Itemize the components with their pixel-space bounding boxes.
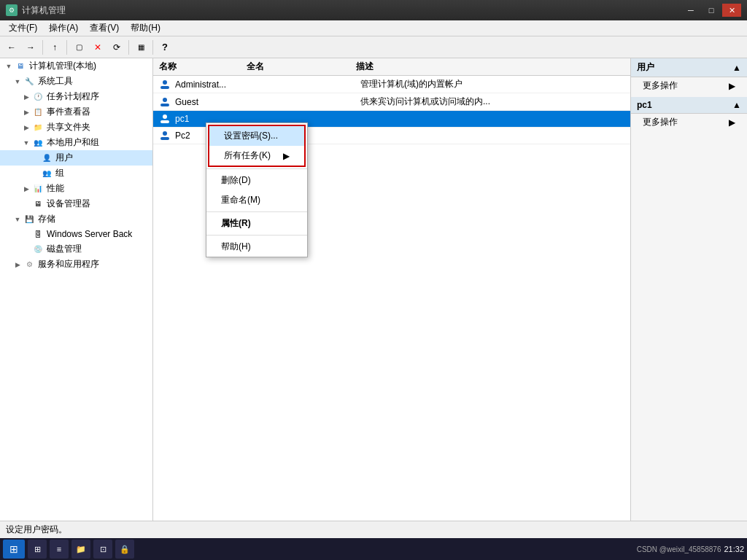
ctx-set-password[interactable]: 设置密码(S)...: [209, 126, 304, 146]
svg-point-0: [163, 80, 167, 85]
tree-panel: ▼ 🖥 计算机管理(本地) ▼ 🔧 系统工具 ▶ 🕐 任务计划程序 ▶ 📋 事件…: [0, 58, 153, 521]
taskbar-csdn-label: CSDN @weixil_45858876: [637, 545, 721, 553]
toolbar: ← → ↑ ▢ ✕ ⟳ ▦ ?: [0, 36, 747, 58]
tree-label-local-users: 本地用户和组: [47, 136, 99, 149]
ctx-all-tasks[interactable]: 所有任务(K) ▶: [209, 146, 304, 166]
ctx-help[interactable]: 帮助(H): [206, 237, 307, 257]
tree-item-shared-folders[interactable]: ▶ 📁 共享文件夹: [0, 120, 152, 135]
maximize-button[interactable]: □: [702, 4, 721, 17]
header-desc: 描述: [356, 61, 624, 73]
tree-item-system-tools[interactable]: ▼ 🔧 系统工具: [0, 74, 152, 89]
user-name-guest: Guest: [175, 97, 251, 107]
tree-label-system-tools: 系统工具: [38, 75, 73, 88]
header-fullname: 全名: [247, 61, 356, 73]
action-more-pc1-arrow: ▶: [729, 117, 735, 128]
taskbar-app-3[interactable]: 📁: [71, 540, 90, 559]
shared-folders-icon: 📁: [32, 122, 44, 133]
tree-item-performance[interactable]: ▶ 📊 性能: [0, 181, 152, 196]
expand-icon-9: ▶: [20, 185, 32, 192]
user-row-administrator[interactable]: Administrat... 管理计算机(域)的内置帐户: [153, 76, 630, 93]
svg-rect-1: [160, 86, 169, 89]
window-title: 计算机管理: [22, 4, 66, 17]
svg-point-2: [163, 98, 167, 102]
expand-icon-11: ▼: [12, 216, 23, 223]
device-manager-icon: 🖥: [32, 198, 44, 210]
svg-rect-3: [160, 104, 169, 106]
tree-root[interactable]: ▼ 🖥 计算机管理(本地): [0, 58, 152, 74]
close-button[interactable]: ✕: [722, 4, 741, 17]
user-icon-admin: [159, 79, 171, 90]
minimize-button[interactable]: ─: [681, 4, 700, 17]
tree-item-local-users[interactable]: ▼ 👥 本地用户和组: [0, 135, 152, 150]
disk-icon: 💿: [32, 244, 44, 255]
action-more-users[interactable]: 更多操作 ▶: [631, 77, 747, 94]
tree-label-storage: 存储: [38, 213, 55, 225]
tree-label-groups: 组: [55, 167, 64, 179]
services-icon: ⚙: [23, 259, 35, 271]
menu-view[interactable]: 查看(V): [84, 20, 125, 36]
taskbar-app-1[interactable]: ⊞: [28, 540, 47, 559]
expand-icon-2: ▼: [12, 78, 23, 85]
performance-icon: 📊: [32, 183, 44, 195]
ctx-sep-2: [206, 211, 307, 212]
svg-point-4: [163, 114, 167, 119]
back-button[interactable]: ←: [3, 39, 20, 56]
tree-label-performance: 性能: [47, 182, 64, 195]
user-icon-pc1: [159, 113, 171, 125]
tree-item-users[interactable]: 👤 用户: [0, 150, 152, 166]
toolbar-sep-3: [128, 40, 129, 55]
export-button[interactable]: ▦: [132, 39, 150, 56]
tree-item-groups[interactable]: 👥 组: [0, 166, 152, 181]
tree-item-windows-backup[interactable]: 🗄 Windows Server Back: [0, 227, 152, 241]
ctx-sep-1: [206, 168, 307, 169]
status-text: 设定用户密码。: [6, 524, 67, 536]
refresh-button[interactable]: ⟳: [108, 39, 125, 56]
ctx-properties[interactable]: 属性(R): [206, 214, 307, 233]
status-bar: 设定用户密码。: [0, 521, 747, 538]
menu-help[interactable]: 帮助(H): [125, 20, 166, 36]
actions-panel: 用户 ▲ 更多操作 ▶ pc1 ▲ 更多操作 ▶: [630, 58, 747, 521]
action-more-pc1[interactable]: 更多操作 ▶: [631, 114, 747, 131]
stop-button[interactable]: ✕: [89, 39, 107, 56]
expand-icon: ▼: [3, 63, 15, 70]
ctx-border-box: 设置密码(S)... 所有任务(K) ▶: [208, 125, 306, 167]
tree-item-disk-management[interactable]: 💿 磁盘管理: [0, 241, 152, 257]
expand-icon-5: ▶: [20, 124, 32, 131]
menu-file[interactable]: 文件(F): [3, 20, 43, 36]
tree-item-task-scheduler[interactable]: ▶ 🕐 任务计划程序: [0, 89, 152, 104]
taskbar-app-5[interactable]: 🔒: [115, 540, 134, 559]
user-row-guest[interactable]: Guest 供来宾访问计算机或访问域的内...: [153, 93, 630, 111]
tree-label-shared-folders: 共享文件夹: [47, 121, 90, 133]
show-hide-button[interactable]: ▢: [70, 39, 88, 56]
storage-icon: 💾: [23, 214, 35, 225]
users-icon: 👤: [41, 152, 53, 164]
taskbar-app-4[interactable]: ⊡: [93, 540, 112, 559]
taskbar-time: 21:32: [724, 545, 744, 553]
menu-action[interactable]: 操作(A): [43, 20, 84, 36]
menu-bar: 文件(F) 操作(A) 查看(V) 帮助(H): [0, 20, 747, 36]
action-section-users: 用户 ▲: [631, 58, 747, 77]
tree-label-disk-management: 磁盘管理: [47, 243, 82, 255]
tree-item-storage[interactable]: ▼ 💾 存储: [0, 211, 152, 227]
backup-icon: 🗄: [32, 228, 44, 240]
computer-icon: 🖥: [15, 61, 26, 72]
toolbar-sep-4: [152, 40, 153, 55]
user-desc-admin: 管理计算机(域)的内置帐户: [360, 78, 624, 90]
svg-point-6: [163, 131, 167, 136]
ctx-delete[interactable]: 删除(D): [206, 171, 307, 190]
window-controls: ─ □ ✕: [681, 4, 741, 17]
action-section-pc1: pc1 ▲: [631, 97, 747, 114]
forward-button[interactable]: →: [22, 39, 39, 56]
taskbar-app-2[interactable]: ≡: [50, 540, 69, 559]
title-bar: ⚙ 计算机管理 ─ □ ✕: [0, 0, 747, 20]
tree-item-event-viewer[interactable]: ▶ 📋 事件查看器: [0, 104, 152, 120]
ctx-sep-3: [206, 235, 307, 236]
tree-label-device-manager: 设备管理器: [47, 198, 90, 210]
user-desc-guest: 供来宾访问计算机或访问域的内...: [360, 96, 624, 108]
ctx-rename[interactable]: 重命名(M): [206, 190, 307, 210]
help-button[interactable]: ?: [156, 39, 174, 56]
tree-item-services[interactable]: ▶ ⚙ 服务和应用程序: [0, 257, 152, 272]
start-button[interactable]: ⊞: [3, 540, 25, 559]
up-button[interactable]: ↑: [46, 39, 63, 56]
tree-item-device-manager[interactable]: 🖥 设备管理器: [0, 196, 152, 211]
